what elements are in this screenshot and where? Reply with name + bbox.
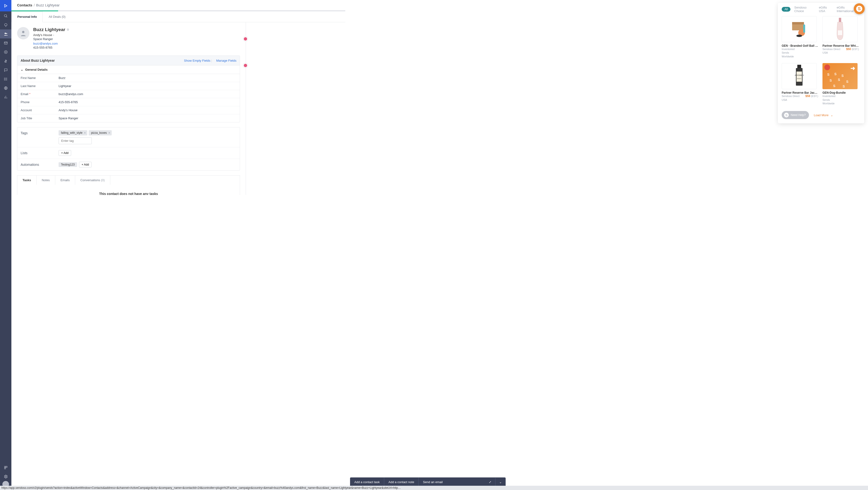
label-account: Account [21,109,59,112]
manage-fields-link[interactable]: Manage Fields [216,59,237,62]
value-account[interactable]: Andy's House [59,109,78,112]
record-tabs: Personal Info All Deals (0) [11,11,345,22]
tag-pill: falling_with_style× [59,130,87,135]
chevron-right-icon: › [53,33,54,37]
label-lists: Lists [21,151,59,155]
breadcrumb: Contacts / Buzz Lightyear [11,0,345,10]
gear-icon[interactable]: ⚙ [67,28,69,31]
person-email-link[interactable]: buzz@andys.com [33,42,58,45]
about-title: About Buzz Lightyear [21,59,181,62]
tab-personal-info[interactable]: Personal Info [11,11,43,22]
nav-lists[interactable] [0,74,11,84]
crumb-contacts[interactable]: Contacts [17,3,32,7]
person-header: Buzz Lightyear ⚙ Andy's House › Space Ra… [17,27,240,50]
value-last-name[interactable]: Lightyear [59,84,71,88]
nav-conversations[interactable] [0,65,11,74]
nav-contacts[interactable] [0,29,11,38]
tag-input[interactable] [59,137,92,144]
nav-search[interactable] [0,11,11,21]
chevron-down-icon: ⌄ [21,68,23,71]
atab-conversations[interactable]: Conversations (0) [75,176,110,185]
crumb-current: Buzz Lightyear [36,3,60,7]
svg-line-1 [6,17,7,17]
nav-automations[interactable] [0,48,11,56]
general-details-toggle[interactable]: ⌄ General Details [17,65,240,74]
label-last-name: Last Name [21,84,59,88]
value-email[interactable]: buzz@andys.com [59,92,83,96]
ac-logo[interactable] [0,0,11,11]
tag-pill: pizza_boxes× [89,130,112,135]
tag-remove-icon[interactable]: × [84,131,86,135]
show-empty-fields-link[interactable]: Show Empty Fields [184,59,210,62]
value-job-title[interactable]: Space Ranger [59,117,78,120]
nav-reports[interactable] [0,92,11,101]
timeline-dot[interactable] [243,36,248,41]
svg-point-5 [4,51,7,54]
person-role: Space Ranger [33,37,69,41]
label-tags: Tags [21,130,59,135]
avatar [17,27,29,39]
svg-point-2 [4,32,6,34]
nav-idea[interactable] [0,21,11,29]
person-phone: 415-555-8765 [33,45,69,50]
svg-point-6 [5,52,6,53]
automation-pill[interactable]: Testing123 [59,162,77,167]
nav-deals[interactable] [0,56,11,65]
global-sidebar [0,0,11,195]
label-phone: Phone [21,100,59,104]
add-list-button[interactable]: + Add [59,150,71,156]
nav-site[interactable] [0,84,11,92]
empty-tasks-title: This contact does not have any tasks [21,192,237,195]
breadcrumb-sep: / [34,3,35,7]
add-automation-button[interactable]: + Add [79,162,92,167]
svg-point-3 [6,33,7,34]
svg-point-21 [22,31,24,33]
tag-remove-icon[interactable]: × [108,131,110,135]
about-card: About Buzz Lightyear Show Empty Fields |… [17,56,240,122]
activity-section: Tasks Notes Emails Conversations (0) Thi… [17,175,240,195]
label-automations: Automations [21,163,59,166]
label-email: Email * [21,92,59,96]
value-first-name[interactable]: Buzz [59,76,65,80]
person-name: Buzz Lightyear ⚙ [33,27,69,32]
nav-campaigns[interactable] [0,38,11,48]
label-job-title: Job Title [21,117,59,120]
value-phone[interactable]: 415-555-8765 [59,100,78,104]
svg-point-0 [4,14,7,17]
tags-card: Tags falling_with_style× pizza_boxes× Li… [17,127,240,171]
required-asterisk: * [29,92,30,96]
atab-notes[interactable]: Notes [36,176,55,185]
person-account-link[interactable]: Andy's House › [33,33,69,37]
tab-all-deals[interactable]: All Deals (0) [43,11,71,22]
atab-emails[interactable]: Emails [55,176,75,185]
label-first-name: First Name [21,76,59,80]
atab-tasks[interactable]: Tasks [17,176,36,185]
timeline-dot[interactable] [243,63,248,68]
